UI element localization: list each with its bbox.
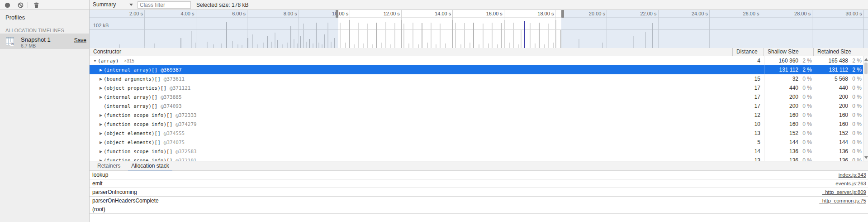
clear-icon[interactable] — [18, 2, 24, 8]
trash-icon[interactable] — [33, 2, 39, 8]
expander-icon[interactable]: ▶ — [98, 111, 104, 120]
size-percent: 0 % — [852, 92, 863, 101]
table-row[interactable]: ▶(internal array)[]@369387–131 1122 %131… — [90, 65, 868, 74]
expander-icon[interactable]: ▼ — [92, 57, 98, 66]
expander-icon[interactable]: ▶ — [98, 93, 104, 102]
table-row[interactable]: ▶(object elements)[]@374555131520 %1520 … — [90, 129, 868, 138]
summary-dropdown[interactable]: Summary — [93, 0, 133, 10]
constructor-name: (array) — [98, 58, 119, 64]
size-value: 200 — [814, 92, 852, 101]
record-icon[interactable] — [5, 2, 10, 8]
allocation-bar — [381, 43, 382, 48]
expander-icon[interactable]: ▶ — [98, 147, 104, 156]
distance-value: 12 — [733, 111, 764, 120]
expander-icon[interactable]: ▶ — [98, 156, 104, 161]
expander-icon[interactable]: ▶ — [98, 138, 104, 147]
devtools-memory-panel: Summary Selected size: 178 kB Profiles A… — [0, 0, 868, 222]
tab-retainers[interactable]: Retainers — [94, 161, 123, 171]
table-row[interactable]: ▶(object properties)[]@371121174400 %440… — [90, 83, 868, 92]
distance-cell: 13 — [733, 156, 764, 161]
expander-icon[interactable]: ▶ — [98, 84, 104, 93]
distance-cell: 17 — [733, 83, 764, 92]
stack-frame[interactable]: parserOnIncoming_http_server.js:809 — [90, 188, 868, 197]
allocation-bar — [504, 20, 505, 48]
constructor-name: (internal array)[] — [104, 103, 157, 109]
allocation-bar — [418, 44, 419, 48]
allocation-bar — [401, 20, 402, 48]
constructor-name: (object elements)[] — [104, 140, 161, 145]
size-value: 160 — [764, 111, 802, 120]
snapshot-size: 6.7 MB — [21, 43, 36, 48]
allocation-bar — [497, 44, 498, 48]
table-row[interactable]: (internal array)[]@374093172000 %2000 % — [90, 101, 868, 111]
retained-cell: 1520 % — [814, 129, 863, 138]
retained-cell: 1360 % — [814, 147, 863, 156]
table-row[interactable]: ▼(array)×3154160 3602 %165 4882 % — [90, 56, 868, 65]
size-value: 144 — [764, 138, 802, 147]
selection-handle-left[interactable] — [336, 10, 338, 18]
table-row[interactable]: ▶(internal array)[]@373885172000 %2000 % — [90, 92, 868, 101]
frame-location-link[interactable]: _http_common.js:75 — [819, 197, 866, 205]
distance-value: 15 — [733, 74, 764, 83]
constructor-name: (internal array)[] — [104, 94, 157, 100]
stack-frame[interactable]: parserOnHeadersComplete_http_common.js:7… — [90, 197, 868, 205]
allocation-bar — [483, 24, 484, 48]
scroll-up-icon[interactable] — [864, 58, 868, 61]
sidebar-item-snapshot-1[interactable]: % Snapshot 1 6.7 MB Save — [0, 34, 89, 49]
shallow-cell: 2000 % — [764, 101, 814, 111]
grid-scrollbar[interactable] — [863, 56, 868, 161]
column-header-shallow-size[interactable]: Shallow Size — [764, 48, 813, 56]
size-value: 160 — [764, 120, 802, 129]
tab-allocation-stack[interactable]: Allocation stack — [128, 161, 172, 171]
column-header-retained-size[interactable]: Retained Size — [814, 48, 868, 56]
table-row[interactable]: ▶(function scope info)[]@372583141360 %1… — [90, 147, 868, 156]
class-filter-input[interactable] — [138, 1, 191, 9]
stack-frame[interactable]: lookupindex.js:343 — [90, 171, 868, 179]
allocation-bar — [372, 44, 373, 48]
frame-location-link[interactable]: events.js:263 — [835, 179, 866, 188]
allocation-bar — [544, 44, 545, 48]
table-row[interactable]: ▶(bound arguments)[]@37361115320 %5 5680… — [90, 74, 868, 83]
size-percent: 0 % — [852, 138, 863, 147]
size-value: 136 — [814, 147, 852, 156]
expander-icon[interactable]: ▶ — [98, 129, 104, 138]
expander-icon[interactable]: ▶ — [98, 75, 104, 84]
allocation-bar — [431, 23, 432, 48]
save-link[interactable]: Save — [74, 37, 86, 43]
constructor-name: (object properties)[] — [104, 85, 166, 91]
shallow-cell: 4400 % — [764, 83, 814, 92]
allocation-bar — [470, 43, 470, 48]
column-header-constructor[interactable]: Constructor — [90, 48, 732, 56]
selection-handle-right[interactable] — [561, 10, 564, 18]
stack-frame[interactable]: emitevents.js:263 — [90, 179, 868, 188]
size-percent: 2 % — [852, 65, 863, 74]
allocation-bar — [524, 21, 525, 48]
allocation-bar — [548, 24, 549, 48]
table-row[interactable]: ▶(function scope info)[]@374279101600 %1… — [90, 120, 868, 129]
frame-location-link[interactable]: _http_server.js:809 — [822, 188, 866, 196]
scrollbar-thumb[interactable] — [864, 63, 868, 74]
size-percent: 0 % — [802, 92, 814, 101]
shallow-cell: 160 3602 % — [764, 56, 814, 65]
allocation-bar — [363, 43, 364, 48]
expander-icon[interactable]: ▶ — [98, 120, 104, 129]
scroll-down-icon[interactable] — [864, 156, 868, 159]
distance-cell: 5 — [733, 138, 764, 147]
stack-frame[interactable]: (root) — [90, 205, 868, 214]
size-value: 136 — [764, 147, 802, 156]
size-percent: 0 % — [802, 147, 814, 156]
table-row[interactable]: ▶(object elements)[]@37407551440 %1440 % — [90, 138, 868, 147]
distance-value: 4 — [733, 56, 764, 65]
frame-function: parserOnHeadersComplete — [92, 197, 159, 205]
timeline-overview[interactable]: 102 kB 2.00 s4.00 s6.00 s8.00 s10.00 s12… — [90, 10, 868, 48]
column-header-distance[interactable]: Distance — [733, 48, 764, 56]
table-row[interactable]: ▶(function scope info)[]@372101131360 %1… — [90, 156, 868, 161]
expander-icon[interactable]: ▶ — [98, 66, 104, 75]
distance-value: 13 — [733, 129, 764, 138]
table-row[interactable]: ▶(function scope info)[]@372333121600 %1… — [90, 111, 868, 120]
frame-location-link[interactable]: index.js:343 — [839, 171, 866, 179]
grid-header: Constructor Distance Shallow Size Retain… — [90, 48, 868, 56]
size-percent: 2 % — [802, 56, 814, 65]
constructor-name: (function scope info)[] — [104, 149, 172, 154]
allocation-bar — [427, 43, 428, 48]
